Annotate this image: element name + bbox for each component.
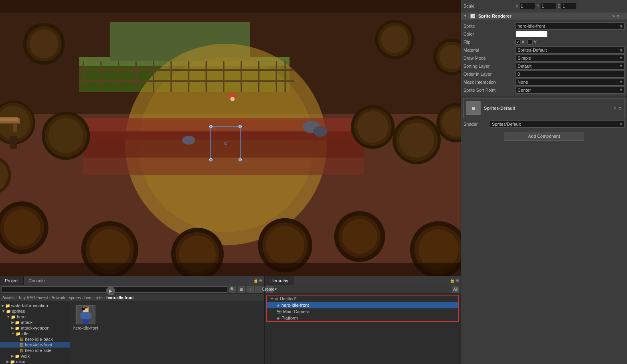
svg-point-40 <box>4 209 40 246</box>
color-label: Color <box>463 32 516 36</box>
filter-button[interactable]: ⊞ <box>238 286 245 293</box>
scale-x-input[interactable] <box>519 3 535 9</box>
svg-point-52 <box>342 219 377 254</box>
game-canvas <box>0 0 461 276</box>
svg-point-22 <box>357 111 389 143</box>
svg-rect-10 <box>83 158 364 175</box>
tree-item-attack[interactable]: ▶ 📁 attack <box>0 320 70 325</box>
tab-hierarchy[interactable]: Hierarchy <box>265 276 293 285</box>
overflow-icon[interactable]: ⋮ <box>621 14 625 18</box>
scale-y-field: Y <box>537 3 556 9</box>
add-component-button[interactable]: Add Component <box>504 132 584 141</box>
bottom-area: Project Console 🔒 ☰ 🔍 ⊞ ↕ ⋮ <box>0 276 461 364</box>
settings-icon[interactable]: ⚙ <box>616 14 620 18</box>
tree-item-walk[interactable]: ▶ 📁 walk <box>0 353 70 359</box>
scale-y-input[interactable] <box>540 3 556 9</box>
svg-rect-89 <box>86 319 89 324</box>
hierarchy-item-hero[interactable]: ◈ hero-idle-front <box>267 302 458 308</box>
search-button[interactable]: 🔍 <box>229 286 236 293</box>
checkmark: ✓ <box>472 14 475 18</box>
svg-point-31 <box>30 29 59 58</box>
svg-rect-91 <box>84 307 88 309</box>
svg-point-58 <box>182 136 195 145</box>
scale-z-input[interactable] <box>561 3 577 9</box>
tab-project[interactable]: Project <box>0 276 24 285</box>
scale-row: Scale X Y Z <box>463 2 625 10</box>
sorting-layer-value[interactable]: Default ▼ <box>516 62 625 70</box>
svg-rect-60 <box>0 117 18 121</box>
mask-value[interactable]: None ▼ <box>516 78 625 86</box>
hierarchy-menu-icon[interactable]: ☰ <box>455 278 459 283</box>
material-thumbnail: ■ <box>466 101 481 115</box>
project-tab-bar: Project Console 🔒 ☰ <box>0 276 264 285</box>
color-preview[interactable] <box>516 31 548 37</box>
hierarchy-lock-icon[interactable]: 🔒 <box>450 278 455 283</box>
sort-button[interactable]: ↕ <box>247 286 254 293</box>
svg-rect-85 <box>82 312 89 319</box>
sorting-layer-label: Sorting Layer <box>463 64 516 68</box>
sprite-row: Sprite hero-idle-front ◎ <box>463 22 625 30</box>
hierarchy-item-platform[interactable]: ◈ Platform <box>267 315 458 321</box>
asset-hero-idle-front[interactable]: hero-idle-front <box>73 305 98 330</box>
flip-x-checkbox[interactable]: ✓ <box>516 40 520 44</box>
transform-section: Scale X Y Z <box>461 0 627 12</box>
options-button[interactable]: ⋮ <box>255 286 263 293</box>
material-settings-icon[interactable]: ⚙ <box>618 106 622 111</box>
component-icons: ✎ ⚙ ⋮ <box>612 14 625 18</box>
main-container: Project Console 🔒 ☰ 🔍 ⊞ ↕ ⋮ <box>0 0 627 364</box>
material-row: Material Sprites-Default ◎ <box>463 46 625 54</box>
draw-mode-value[interactable]: Simple ▼ <box>516 54 625 62</box>
tree-item-hero-idle-back[interactable]: ▶ 🖼 hero-idle-back <box>0 336 70 342</box>
shader-value[interactable]: Sprites/Default ▼ <box>490 121 625 128</box>
hierarchy-selection-box: ▼ ⊕ Untitled* ◈ hero-idle-front 📷 Main C… <box>266 295 459 322</box>
menu-icon[interactable]: ☰ <box>259 278 263 283</box>
all-button[interactable]: All <box>452 286 459 293</box>
sprite-icon-hero: ◈ <box>277 303 280 308</box>
edit-icon[interactable]: ✎ <box>612 14 615 18</box>
sprite-section: Sprite hero-idle-front ◎ Color Flip ✓ X <box>461 20 627 97</box>
tree-item-sprites[interactable]: ▼ 📁 sprites <box>0 308 70 314</box>
tree-item-waterfall[interactable]: ▶ 📁 waterfall animation <box>0 303 70 308</box>
flip-row: Flip ✓ X Y <box>463 38 625 46</box>
sprite-value[interactable]: hero-idle-front ◎ <box>516 22 625 30</box>
mask-label: Mask Interaction <box>463 80 516 84</box>
material-label: Material <box>463 48 516 52</box>
order-label: Order in Layer <box>463 72 516 76</box>
create-button[interactable]: Create ▼ <box>266 286 273 293</box>
sprite-sort-label: Sprite Sort Point <box>463 88 516 93</box>
tree-item-misc[interactable]: ▶ 📁 misc <box>0 359 70 364</box>
asset-icon <box>76 305 95 324</box>
svg-rect-87 <box>89 313 91 319</box>
hierarchy-item-untitled[interactable]: ▼ ⊕ Untitled* <box>267 296 458 302</box>
sprites-default-section: ■ Sprites-Default ✎ ⚙ <box>463 98 625 118</box>
tree-item-idle[interactable]: ▼ 📁 idle <box>0 331 70 336</box>
material-edit-icon[interactable]: ✎ <box>613 106 617 111</box>
material-value[interactable]: Sprites-Default ◎ <box>516 46 625 54</box>
scene-svg <box>0 0 461 276</box>
lock-icon[interactable]: 🔒 <box>253 278 258 283</box>
project-assets: hero-idle-front ▶ <box>70 302 264 364</box>
tree-item-hero-idle-side[interactable]: ▶ 🖼 hero-idle-side <box>0 348 70 353</box>
sprite-renderer-header[interactable]: ▼ ✓ Sprite Renderer ✎ ⚙ ⋮ <box>461 12 627 20</box>
svg-rect-83 <box>0 263 461 276</box>
order-value[interactable]: 0 <box>516 70 625 78</box>
order-in-layer-row: Order in Layer 0 <box>463 70 625 78</box>
tree-item-attack-weapon[interactable]: ▶ 📁 attack-weapon <box>0 325 70 331</box>
tree-item-hero-idle-front[interactable]: ▶ 🖼 hero-idle-front <box>0 342 70 348</box>
flip-y-checkbox[interactable] <box>528 40 532 44</box>
svg-point-34 <box>381 26 409 53</box>
hierarchy-toolbar: Create ▼ All <box>265 285 461 294</box>
tab-console[interactable]: Console <box>24 276 50 285</box>
svg-point-57 <box>313 126 327 137</box>
hierarchy-panel: Hierarchy 🔒 ☰ Create ▼ All <box>265 276 461 364</box>
tree-item-hero[interactable]: ▼ 📁 hero <box>0 314 70 320</box>
material-icons: ✎ ⚙ <box>613 106 622 111</box>
svg-point-79 <box>231 97 235 101</box>
flip-options: ✓ X Y <box>516 40 537 44</box>
svg-rect-88 <box>83 319 86 324</box>
scale-fields: X Y Z <box>516 3 577 9</box>
project-panel: Project Console 🔒 ☰ 🔍 ⊞ ↕ ⋮ <box>0 276 265 364</box>
hierarchy-item-camera[interactable]: 📷 Main Camera <box>267 308 458 315</box>
mask-interaction-row: Mask Interaction None ▼ <box>463 78 625 86</box>
sprite-sort-value[interactable]: Center ▼ <box>516 86 625 94</box>
